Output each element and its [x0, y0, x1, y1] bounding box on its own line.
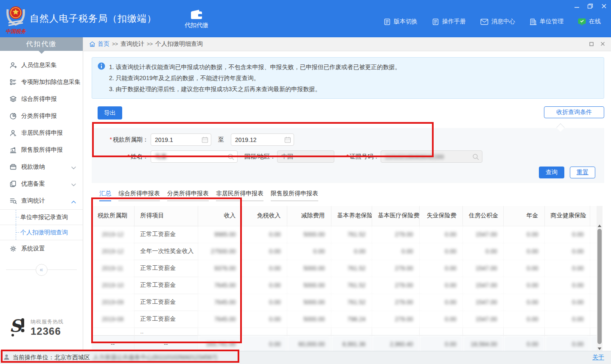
- sidebar-item[interactable]: 专项附加扣除信息采集: [0, 74, 83, 91]
- breadcrumb-item[interactable]: 查询统计: [121, 40, 144, 48]
- chevron-down-icon: [71, 164, 76, 171]
- sidebar-item[interactable]: 分类所得申报: [0, 108, 83, 125]
- tab-4[interactable]: 非居民所得申报表: [216, 190, 263, 201]
- about-link[interactable]: 关于: [592, 354, 604, 361]
- collapse-query-button[interactable]: 收折查询条件: [544, 106, 604, 118]
- notice-line: 1. 该查询统计表仅能查询已申报成功的数据，不包含未申报、申报失败，已申报但已作…: [109, 61, 598, 72]
- wallet-outline-icon: [9, 163, 17, 171]
- table-row[interactable]: 2019-11正常工资薪金9376.000.005000.00761.52279…: [92, 260, 597, 277]
- nationality-label: 国籍/地区：: [238, 153, 276, 161]
- table-header-row: 税款所属期所得项目收入免税收入减除费用基本养老保险费基本医疗保险费失业保险费住房…: [92, 206, 597, 226]
- scroll-up-icon[interactable]: [597, 222, 602, 229]
- vertical-scrollbar[interactable]: [597, 206, 603, 351]
- nav-module-withholding[interactable]: 代扣代缴: [185, 8, 208, 29]
- current-unit-text: 当前操作单位：北京市西城区: [13, 354, 90, 361]
- svg-text:S: S: [9, 317, 23, 336]
- table-row[interactable]: 2019-10正常工资薪金7645.000.005000.00761.52279…: [92, 277, 597, 294]
- table-row[interactable]: 2019-09正常工资薪金7645.000.005000.00761.52279…: [92, 294, 597, 311]
- column-header: 年金: [503, 206, 544, 226]
- period-from-input[interactable]: [151, 133, 211, 146]
- notice-line: 3. 由于数据处理的滞后性，建议您在申报成功3天之后再来查询最新的申报数据。: [109, 83, 598, 94]
- panel-close-icon[interactable]: [600, 41, 605, 47]
- nationality-input: [277, 150, 334, 163]
- tab-5[interactable]: 限售股所得申报表: [271, 190, 318, 201]
- sidebar-subitem[interactable]: 个人扣缴明细查询: [0, 225, 83, 240]
- header-link-3[interactable]: 消息中心: [480, 18, 515, 25]
- column-header: 收入: [198, 206, 242, 226]
- scroll-down-icon[interactable]: [597, 345, 602, 351]
- main-area: 首页 >> 查询统计 >> 个人扣缴明细查询: [83, 37, 611, 351]
- export-button[interactable]: 导出: [98, 106, 122, 119]
- person-icon: [9, 129, 17, 137]
- breadcrumb: 首页 >> 查询统计 >> 个人扣缴明细查询: [83, 37, 611, 51]
- sidebar-subitem[interactable]: 单位申报记录查询: [0, 210, 83, 225]
- form-list-icon: [9, 78, 17, 86]
- table-summary-row: ----163,741.000.0060,000.008,991.362,960…: [92, 335, 597, 351]
- sidebar-item[interactable]: 查询统计: [0, 192, 83, 209]
- gear-icon: [9, 245, 17, 253]
- header-link-2[interactable]: 操作手册: [432, 18, 466, 25]
- search-list-icon: [9, 197, 17, 205]
- document-icon: [432, 18, 439, 25]
- column-header: 失业保险费: [419, 206, 462, 226]
- sidebar-item[interactable]: 限售股所得申报: [0, 142, 83, 158]
- sidebar-item[interactable]: 优惠备案: [0, 175, 83, 192]
- period-to-input[interactable]: [231, 133, 294, 146]
- tab-2[interactable]: 综合所得申报表: [118, 190, 160, 201]
- result-table: 税款所属期所得项目收入免税收入减除费用基本养老保险费基本医疗保险费失业保险费住房…: [92, 206, 597, 351]
- sidebar-item[interactable]: 税款缴纳: [0, 158, 83, 175]
- minimize-icon[interactable]: [573, 3, 580, 9]
- tree-line: [16, 210, 16, 225]
- table-row[interactable]: 2019-12全年一次性奖金收入27500.000.000.000.000.00…: [92, 243, 597, 260]
- search-icon[interactable]: [227, 153, 235, 162]
- sidebar-item[interactable]: 非居民所得申报: [0, 125, 83, 142]
- column-header: 住房公积金: [462, 206, 503, 226]
- notice-box: 1. 该查询统计表仅能查询已申报成功的数据，不包含未申报、申报失败，已申报但已作…: [92, 57, 604, 99]
- calendar-icon[interactable]: [202, 136, 208, 144]
- online-check-icon: [578, 18, 586, 25]
- tab-1[interactable]: 汇总: [99, 190, 111, 201]
- column-header: 所得项目: [134, 206, 198, 226]
- cert-number-input[interactable]: [381, 150, 482, 163]
- home-icon: [89, 41, 95, 47]
- tree-line: [16, 225, 16, 240]
- calendar-icon[interactable]: [284, 136, 291, 144]
- reset-button[interactable]: 重置: [570, 167, 595, 178]
- search-icon[interactable]: [472, 153, 479, 162]
- tab-3[interactable]: 分类所得申报表: [167, 190, 209, 201]
- mail-icon: [480, 19, 488, 25]
- app-body: 代扣代缴 人员信息采集专项附加扣除信息采集综合所得申报分类所得申报非居民所得申报…: [0, 37, 611, 351]
- sidebar-menu: 人员信息采集专项附加扣除信息采集综合所得申报分类所得申报非居民所得申报限售股所得…: [0, 57, 83, 257]
- close-icon[interactable]: [600, 3, 608, 9]
- toolbar: 导出 收折查询条件: [92, 106, 604, 119]
- collapse-sidebar-button[interactable]: «: [36, 264, 48, 276]
- column-header: 税款所属期: [92, 206, 134, 226]
- panel-maximize-icon[interactable]: [589, 41, 594, 47]
- china-tax-emblem-logo: 中国税务: [4, 3, 27, 36]
- name-input[interactable]: [151, 150, 238, 163]
- chevron-down-icon: [71, 181, 76, 188]
- hotline-number: 12366: [31, 325, 64, 337]
- hotline-logo: S: [9, 317, 27, 339]
- header-link-1[interactable]: 版本切换: [384, 18, 418, 25]
- column-header: 基本医疗保险费: [372, 206, 419, 226]
- pie-chart-icon: [9, 112, 17, 120]
- sidebar-item[interactable]: 综合所得申报: [0, 91, 83, 108]
- header-link-5[interactable]: 在线: [578, 18, 601, 25]
- table-row[interactable]: 2019-08正常工资薪金7645.000.005000.00798.24279…: [92, 311, 597, 328]
- table-row[interactable]: 2019-12正常工资薪金9985.000.005000.00761.52279…: [92, 226, 597, 243]
- search-button[interactable]: 查询: [539, 167, 564, 178]
- breadcrumb-home[interactable]: 首页: [89, 40, 109, 48]
- content: 1. 该查询统计表仅能查询已申报成功的数据，不包含未申报、申报失败，已申报但已作…: [83, 51, 611, 351]
- vertical-scroll-thumb[interactable]: [597, 229, 602, 344]
- notice-line: 2. 只能查询2019年及之后的数据，不能进行跨年度查询。: [109, 72, 598, 83]
- breadcrumb-current: 个人扣缴明细查询: [155, 40, 203, 48]
- header-link-4[interactable]: 单位管理: [530, 18, 563, 25]
- sidebar-item[interactable]: 系统设置: [0, 240, 83, 257]
- sidebar-item[interactable]: 人员信息采集: [0, 57, 83, 74]
- restore-icon[interactable]: [586, 3, 594, 9]
- range-separator: 至: [218, 136, 224, 144]
- result-table-wrap: 税款所属期所得项目收入免税收入减除费用基本养老保险费基本医疗保险费失业保险费住房…: [92, 206, 597, 351]
- table-zone: 税款所属期所得项目收入免税收入减除费用基本养老保险费基本医疗保险费失业保险费住房…: [92, 206, 603, 351]
- app-header: 中国税务 自然人电子税务局（扣缴端） 代扣代缴 版本切换操作手册消息中心单位管理…: [0, 0, 611, 37]
